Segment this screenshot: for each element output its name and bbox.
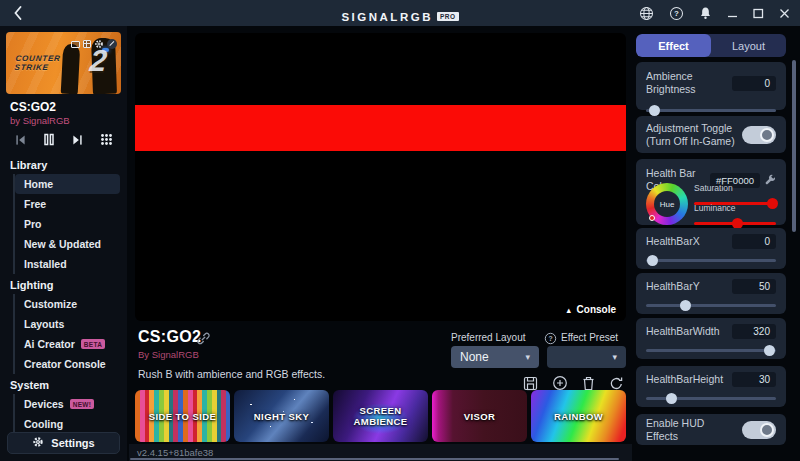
effect-description: Rush B with ambience and RGB effects. xyxy=(138,368,325,380)
thumbnail-night-sky[interactable]: NIGHT SKY xyxy=(234,390,329,442)
effect-preset-label: Effect Preset xyxy=(561,332,618,343)
ambience-brightness-slider[interactable] xyxy=(646,105,776,116)
section-header-system: System xyxy=(0,374,127,394)
tab-effect[interactable]: Effect xyxy=(636,34,711,57)
art-action-icons xyxy=(71,35,117,53)
ambience-brightness-card: Ambience Brightness 0 xyxy=(636,62,786,110)
healthbar-y-card: HealthBarY 50 xyxy=(636,273,786,314)
edit-icon[interactable] xyxy=(107,39,117,49)
sidebar-item-devices[interactable]: DevicesNEW! xyxy=(15,394,120,414)
app-window: SIGNALRGBPRO ? xyxy=(0,0,800,461)
healthbar-y-slider[interactable] xyxy=(646,300,776,311)
sidebar-nav: Library Home Free Pro New & Updated Inst… xyxy=(0,154,127,434)
new-badge: NEW! xyxy=(70,399,95,409)
maximize-button[interactable] xyxy=(753,8,764,19)
gear-icon[interactable] xyxy=(94,35,104,53)
next-track-icon[interactable] xyxy=(71,134,84,146)
preferred-layout-select[interactable]: None ▾ xyxy=(451,346,539,368)
effect-author: By SignalRGB xyxy=(138,349,199,360)
effect-settings-panel: Effect Layout Ambience Brightness 0 Adju… xyxy=(632,26,800,461)
add-preset-icon[interactable] xyxy=(552,375,568,391)
thumbnail-rainbow[interactable]: RAINBOW xyxy=(531,390,626,442)
healthbar-height-card: HealthBarHeight 30 xyxy=(636,366,786,407)
chevron-down-icon: ▾ xyxy=(525,352,530,362)
horizontal-scrollbar[interactable] xyxy=(130,458,619,461)
section-header-library: Library xyxy=(0,154,127,174)
health-bar-preview xyxy=(135,105,626,151)
reset-preset-icon[interactable] xyxy=(609,376,624,391)
healthbar-y-value[interactable]: 50 xyxy=(732,279,776,294)
section-header-lighting: Lighting xyxy=(0,274,127,294)
sidebar: COUNTERSTRIKE 2 CS:GO2 by SignalRGB xyxy=(0,26,127,461)
thumbnail-side-to-side[interactable]: SIDE TO SIDE xyxy=(135,390,230,442)
close-button[interactable] xyxy=(779,8,790,19)
effect-preset-select[interactable]: ▾ xyxy=(547,346,626,368)
current-effect-author: by SignalRGB xyxy=(10,115,70,126)
wrench-icon[interactable] xyxy=(764,174,776,186)
delete-trash-icon[interactable] xyxy=(582,376,595,391)
layout-grid-icon[interactable] xyxy=(83,40,91,48)
sidebar-item-ai-creator[interactable]: Ai CreatorBETA xyxy=(15,334,120,354)
healthbar-width-slider[interactable] xyxy=(646,345,776,356)
ambience-brightness-value[interactable]: 0 xyxy=(732,76,776,91)
health-bar-color-card: Health Bar Color #FF0000 Hue Saturation … xyxy=(636,159,786,225)
tab-layout[interactable]: Layout xyxy=(711,34,786,57)
svg-text:?: ? xyxy=(548,335,552,342)
titlebar: SIGNALRGBPRO ? xyxy=(0,0,800,26)
sidebar-item-new-updated[interactable]: New & Updated xyxy=(15,234,120,254)
playback-controls xyxy=(8,129,119,150)
sidebar-item-creator-console[interactable]: Creator Console xyxy=(15,354,120,374)
beta-badge: BETA xyxy=(81,339,105,349)
sidebar-item-installed[interactable]: Installed xyxy=(15,254,120,274)
healthbar-x-slider[interactable] xyxy=(646,255,776,266)
grid-view-icon[interactable] xyxy=(100,133,113,146)
thumbnail-screen-ambience[interactable]: SCREEN AMBIENCE xyxy=(333,390,428,442)
pause-icon[interactable] xyxy=(43,133,55,146)
settings-button[interactable]: Settings xyxy=(7,432,120,454)
logo-text: SIGNALRGB xyxy=(341,11,433,23)
globe-icon[interactable] xyxy=(639,6,654,21)
art-title: COUNTERSTRIKE xyxy=(14,54,61,72)
titlebar-actions: ? xyxy=(639,0,790,26)
chevron-down-icon: ▾ xyxy=(612,352,617,362)
app-version: v2.4.15+81bafe38 xyxy=(137,447,213,458)
panel-scrollbar[interactable] xyxy=(792,60,796,232)
enable-hud-card: Enable HUD Effects xyxy=(636,414,786,445)
link-icon[interactable] xyxy=(197,331,210,349)
adjustment-toggle-switch[interactable] xyxy=(742,126,776,144)
triangle-up-icon: ▲ xyxy=(565,306,572,315)
healthbar-width-card: HealthBarWidth 320 xyxy=(636,318,786,359)
sidebar-item-free[interactable]: Free xyxy=(15,194,120,214)
save-icon[interactable] xyxy=(523,376,538,391)
enable-hud-toggle-switch[interactable] xyxy=(742,421,776,439)
healthbar-height-slider[interactable] xyxy=(646,393,776,404)
sidebar-item-pro[interactable]: Pro xyxy=(15,214,120,234)
healthbar-x-value[interactable]: 0 xyxy=(732,234,776,249)
preview-screen-icon[interactable] xyxy=(71,41,80,48)
hue-marker xyxy=(649,215,655,221)
adjustment-toggle-card: Adjustment Toggle (Turn Off In-Game) xyxy=(636,116,786,153)
sidebar-item-customize[interactable]: Customize xyxy=(15,294,120,314)
thumbnail-visor[interactable]: VISOR xyxy=(432,390,527,442)
main-content: ▲Console CS:GO2 By SignalRGB Rush B with… xyxy=(129,26,632,461)
current-effect-artwork[interactable]: COUNTERSTRIKE 2 xyxy=(6,32,121,94)
sidebar-item-home[interactable]: Home xyxy=(15,174,120,194)
sidebar-item-layouts[interactable]: Layouts xyxy=(15,314,120,334)
logo-pro-badge: PRO xyxy=(437,12,459,21)
gear-icon xyxy=(32,436,44,450)
notifications-bell-icon[interactable] xyxy=(699,6,712,20)
current-effect-title: CS:GO2 xyxy=(10,100,56,114)
effect-title: CS:GO2 xyxy=(138,328,201,346)
previous-track-icon[interactable] xyxy=(14,134,27,146)
help-icon[interactable]: ? xyxy=(669,6,684,21)
console-toggle[interactable]: ▲Console xyxy=(565,304,616,315)
svg-text:?: ? xyxy=(674,9,679,18)
sidebar-item-cooling[interactable]: Cooling xyxy=(15,414,120,434)
hue-wheel[interactable]: Hue xyxy=(646,183,688,225)
healthbar-width-value[interactable]: 320 xyxy=(732,324,776,339)
healthbar-height-value[interactable]: 30 xyxy=(732,372,776,387)
effect-preview-canvas: ▲Console xyxy=(135,33,626,321)
preset-actions xyxy=(523,375,624,391)
effect-thumbnails: SIDE TO SIDE NIGHT SKY SCREEN AMBIENCE V… xyxy=(135,390,626,442)
minimize-button[interactable] xyxy=(727,8,738,19)
